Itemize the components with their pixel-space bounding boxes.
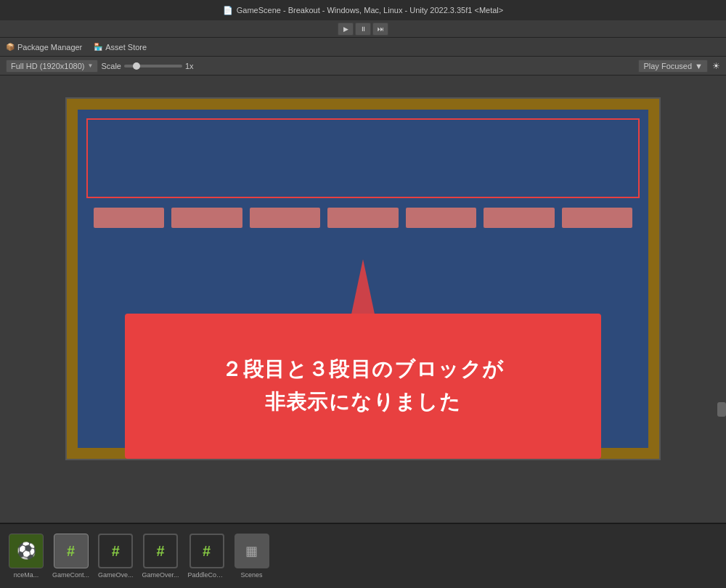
- tab-item-gameover1[interactable]: # GameOve...: [95, 531, 136, 581]
- tab-item-paddlecon[interactable]: # PaddleCon...: [185, 531, 229, 581]
- tab-label-gameover2: GameOver...: [142, 571, 179, 579]
- package-icon: 📦: [6, 43, 15, 51]
- pause-button[interactable]: ⏸: [355, 23, 371, 36]
- asset-store-icon: 🏪: [94, 43, 102, 51]
- asset-store-label: Asset Store: [105, 43, 147, 52]
- resolution-label: Full HD (1920x1080): [11, 62, 85, 70]
- tab-bar: ⚽ nceМa... # GameCont... # GameOve... # …: [0, 523, 726, 588]
- annotation-text: ２段目と３段目のブロックが 非表示になりました: [221, 354, 504, 419]
- tab-icon-nce: ⚽: [9, 534, 44, 568]
- block-6: [484, 208, 554, 228]
- block-2: [171, 208, 242, 228]
- play-button[interactable]: ▶: [338, 23, 354, 36]
- tab-item-gamecont[interactable]: # GameCont...: [49, 531, 92, 581]
- asset-store-menu[interactable]: 🏪 Asset Store: [94, 43, 147, 52]
- block-3: [250, 208, 320, 228]
- play-focused-label: Play Focused: [643, 62, 692, 70]
- document-icon: 📄: [223, 6, 233, 15]
- menu-bar: 📦 Package Manager 🏪 Asset Store: [0, 38, 726, 57]
- toolbar-right: Play Focused ▼ ☀: [638, 60, 720, 73]
- window-title: GameScene - Breakout - Windows, Mac, Lin…: [237, 6, 503, 15]
- annotation-line2: 非表示になりました: [221, 386, 504, 419]
- tab-item-gameover2[interactable]: # GameOver...: [139, 531, 182, 581]
- tab-label-paddlecon: PaddleCon...: [188, 571, 226, 579]
- tab-label-gamecont: GameCont...: [52, 571, 89, 579]
- play-focused-arrow-icon: ▼: [695, 62, 703, 70]
- game-canvas: ２段目と３段目のブロックが 非表示になりました: [65, 97, 661, 460]
- tab-icon-gameover2: #: [143, 534, 178, 568]
- viewport-container: ２段目と３段目のブロックが 非表示になりました: [0, 75, 726, 482]
- scrollbar[interactable]: [717, 402, 726, 417]
- blocks-row: [86, 208, 640, 228]
- block-7: [562, 208, 632, 228]
- step-button[interactable]: ⏭: [372, 23, 388, 36]
- scale-slider-thumb: [133, 62, 140, 70]
- score-area-outline: [86, 118, 640, 198]
- package-manager-label: Package Manager: [17, 43, 82, 52]
- tab-item-nce[interactable]: ⚽ nceМa...: [6, 531, 46, 581]
- tab-icon-scenes: ▦: [234, 534, 269, 568]
- tab-icon-gameover1: #: [98, 534, 133, 568]
- toolbar-left: Full HD (1920x1080) ▼ Scale 1x: [6, 60, 632, 73]
- tab-label-gameover1: GameOve...: [98, 571, 134, 579]
- resolution-arrow-icon: ▼: [88, 62, 94, 69]
- annotation-line1: ２段目と３段目のブロックが: [221, 354, 504, 386]
- tab-icon-gamecont: #: [54, 534, 89, 568]
- tab-label-scenes: Scenes: [241, 571, 263, 579]
- toolbar: Full HD (1920x1080) ▼ Scale 1x Play Focu…: [0, 57, 726, 75]
- block-5: [406, 208, 476, 228]
- title-bar: 📄 GameScene - Breakout - Windows, Mac, L…: [0, 0, 726, 20]
- block-1: [94, 208, 164, 228]
- sun-icon[interactable]: ☀: [712, 61, 720, 71]
- scale-label: Scale: [101, 62, 121, 70]
- play-focused-button[interactable]: Play Focused ▼: [638, 60, 708, 73]
- annotation-box: ２段目と３段目のブロックが 非表示になりました: [125, 314, 601, 459]
- block-4: [327, 208, 398, 228]
- resolution-dropdown[interactable]: Full HD (1920x1080) ▼: [6, 60, 98, 73]
- package-manager-menu[interactable]: 📦 Package Manager: [6, 43, 82, 52]
- tab-icon-paddlecon: #: [189, 534, 224, 568]
- tab-label-nce: nceМa...: [14, 571, 39, 579]
- playback-bar: ▶ ⏸ ⏭: [0, 20, 726, 38]
- scale-value: 1x: [185, 62, 194, 70]
- scale-slider[interactable]: [124, 65, 182, 68]
- tab-item-scenes[interactable]: ▦ Scenes: [232, 531, 272, 581]
